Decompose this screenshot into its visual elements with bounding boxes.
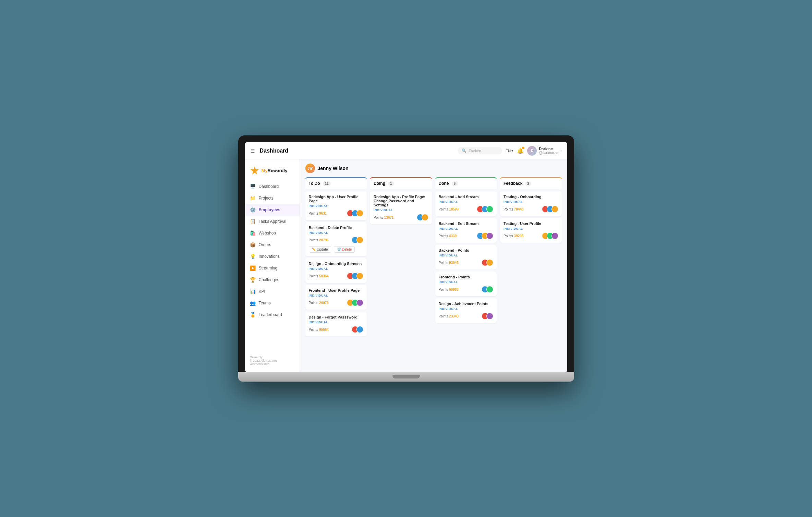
avatar (356, 273, 363, 279)
menu-icon[interactable]: ☰ (251, 148, 255, 154)
points-value: 50364 (319, 274, 329, 278)
sidebar-item-challenges[interactable]: 🏆 Challenges (245, 274, 300, 286)
sidebar-item-label: Leaderboard (259, 312, 282, 317)
points-value: 23340 (449, 314, 459, 318)
app-layout: MyRewardly 🖥️ Dashboard 📁 Projects ⚙️ Em… (245, 159, 567, 372)
page-user-name: Jenny Wilson (318, 166, 349, 171)
card-title: Frontend - User Profile Page (309, 288, 364, 292)
search-bar[interactable]: 🔍 Zoeken (458, 147, 502, 154)
points-label: Points 9631 (309, 212, 327, 215)
card-footer: Points 93046 (439, 259, 494, 266)
card-title: Design - Forgot Passsword (309, 315, 364, 319)
card-title: Redesign App - Profile Page: Change Pass… (374, 195, 428, 207)
points-value: 20796 (319, 238, 329, 242)
column-count-todo: 12 (323, 181, 331, 186)
chevron-down-icon: ▾ (511, 148, 513, 153)
projects-icon: 📁 (250, 195, 256, 201)
card-badge: INDIVIDUAL (309, 321, 364, 324)
points-value: 95554 (319, 328, 329, 332)
card-actions: ✏️ Update 🗑️ Delete (309, 246, 364, 253)
card-badge: INDIVIDUAL (439, 280, 494, 284)
sidebar-item-label: Tasks Approval (259, 219, 287, 224)
sidebar-item-streaming[interactable]: ▶️ Streaming (245, 262, 300, 274)
sidebar-item-teams[interactable]: 👥 Teams (245, 297, 300, 309)
card-avatars (482, 259, 493, 266)
card-title: Backend - Delete Profile (309, 226, 364, 230)
page-title: Dashboard (260, 148, 455, 154)
card-avatars (477, 206, 493, 213)
column-done: Done 5 Backend - Add Stream INDIVIDUAL P… (435, 177, 497, 336)
page-user: JW Jenny Wilson (305, 164, 562, 173)
card-avatars (477, 232, 493, 239)
card-redesign-settings: Redesign App - Profile Page: Change Pass… (370, 191, 432, 224)
card-title: Backend - Edit Stream (439, 221, 494, 226)
laptop-base (238, 372, 574, 382)
main-content: JW Jenny Wilson To Do 12 (300, 159, 567, 372)
sidebar-item-kpi[interactable]: 📊 KPI (245, 286, 300, 297)
language-label: EN (506, 149, 511, 153)
sidebar-item-projects[interactable]: 📁 Projects (245, 192, 300, 204)
card-title: Redesign App - User Profile Page (309, 195, 364, 203)
notification-dot (522, 147, 524, 149)
employees-icon: ⚙️ (250, 207, 256, 213)
card-footer: Points 18599 (439, 206, 494, 213)
card-design-achievement: Design - Achievment Points INDIVIDUAL Po… (435, 298, 497, 323)
card-redesign-profile: Redesign App - User Profile Page INDIVID… (305, 191, 367, 220)
points-value: 9631 (319, 212, 327, 215)
card-avatars (542, 232, 558, 239)
sidebar-item-label: Innovations (259, 254, 280, 259)
sidebar-item-orders[interactable]: 📦 Orders (245, 239, 300, 251)
card-avatars (347, 210, 363, 217)
points-value: 13671 (384, 216, 394, 219)
card-frontend-points: Frontend - Points INDIVIDUAL Points 5096… (435, 272, 497, 296)
avatar: D (527, 146, 537, 156)
notifications-button[interactable]: 🔔 (517, 147, 524, 154)
webshop-icon: 🛍️ (250, 230, 256, 236)
card-badge: INDIVIDUAL (309, 294, 364, 297)
card-avatars (482, 286, 493, 293)
cards-doing: Redesign App - Profile Page: Change Pass… (370, 191, 432, 224)
tasks-icon: 📋 (250, 218, 256, 225)
kanban-board: To Do 12 Redesign App - User Profile Pag… (305, 177, 562, 336)
footer-copy: © 2022 Alle rechten voorbehouden. (250, 359, 295, 366)
sidebar-item-innovations[interactable]: 💡 Innovations (245, 251, 300, 262)
card-footer: Points 4339 (439, 232, 494, 239)
card-backend-delete: Backend - Delete Profile INDIVIDUAL Poin… (305, 222, 367, 256)
card-frontend-profile: Frontend - User Profile Page INDIVIDUAL … (305, 285, 367, 310)
sidebar-item-leaderboard[interactable]: 🏅 Leaderboard (245, 309, 300, 321)
laptop-frame: ☰ Dashboard 🔍 Zoeken EN ▾ 🔔 D Darlene @d… (238, 135, 574, 382)
points-value: 39235 (514, 234, 524, 238)
column-header-feedback: Feedback 2 (500, 177, 562, 189)
sidebar-item-tasks-approval[interactable]: 📋 Tasks Approval (245, 216, 300, 227)
card-badge: INDIVIDUAL (309, 231, 364, 235)
avatar (356, 299, 363, 306)
kpi-icon: 📊 (250, 288, 256, 294)
orders-icon: 📦 (250, 242, 256, 248)
innovations-icon: 💡 (250, 253, 256, 260)
sidebar-item-dashboard[interactable]: 🖥️ Dashboard (245, 181, 300, 192)
card-design-onboarding: Design - Onboarding Screens INDIVIDUAL P… (305, 258, 367, 283)
column-title-todo: To Do (309, 181, 320, 186)
language-selector[interactable]: EN ▾ (506, 148, 513, 153)
points-label: Points 70443 (504, 207, 523, 211)
column-title-feedback: Feedback (504, 181, 522, 186)
sidebar-item-employees[interactable]: ⚙️ Employees (245, 204, 300, 216)
sidebar-item-webshop[interactable]: 🛍️ Webshop (245, 227, 300, 239)
user-menu[interactable]: D Darlene @darlene.ns › (527, 146, 561, 156)
card-footer: Points 39235 (504, 232, 558, 239)
card-testing-onboarding: Testing - Onboarding INDIVIDUAL Points 7… (500, 191, 562, 216)
search-placeholder: Zoeken (469, 149, 481, 153)
points-value: 4339 (449, 234, 457, 238)
update-button[interactable]: ✏️ Update (309, 246, 331, 253)
points-value: 93046 (449, 261, 459, 265)
laptop-notch (392, 375, 420, 378)
delete-button[interactable]: 🗑️ Delete (334, 246, 355, 253)
card-design-forgot: Design - Forgot Passsword INDIVIDUAL Poi… (305, 312, 367, 336)
column-count-feedback: 2 (525, 181, 531, 186)
column-header-done: Done 5 (435, 177, 497, 189)
card-footer: Points 95554 (309, 326, 364, 333)
card-title: Backend - Add Stream (439, 195, 494, 199)
sidebar-item-label: Challenges (259, 277, 279, 282)
avatar (486, 206, 493, 213)
card-badge: INDIVIDUAL (374, 208, 428, 212)
